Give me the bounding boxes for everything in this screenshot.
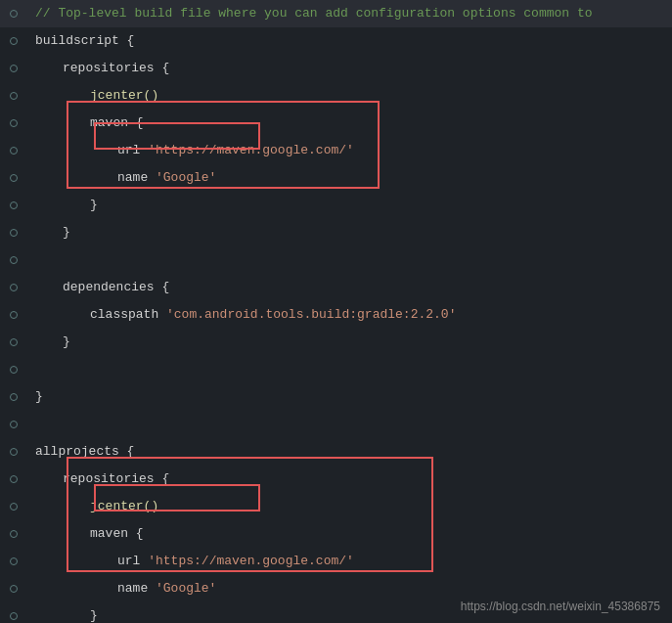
token-plain: repositories { bbox=[63, 61, 169, 75]
code-line: } bbox=[0, 192, 672, 219]
token-plain: } bbox=[63, 225, 70, 240]
gutter-indicator bbox=[0, 421, 27, 428]
code-line: maven { bbox=[0, 110, 672, 137]
code-content: repositories { bbox=[27, 466, 169, 493]
token-plain: maven { bbox=[90, 115, 144, 130]
code-content: dependencies { bbox=[27, 274, 169, 301]
token-str: 'https://maven.google.com/' bbox=[148, 143, 354, 157]
gutter-indicator bbox=[0, 65, 27, 72]
token-plain: classpath bbox=[90, 307, 166, 322]
gutter-indicator bbox=[0, 366, 27, 374]
token-plain: } bbox=[90, 198, 98, 212]
code-line: maven { bbox=[0, 520, 672, 548]
gutter-indicator bbox=[0, 530, 27, 538]
gutter-indicator bbox=[0, 612, 27, 620]
gutter-indicator bbox=[0, 284, 27, 291]
code-content: repositories { bbox=[27, 55, 169, 82]
code-content: allprojects { bbox=[27, 438, 134, 466]
token-plain: repositories { bbox=[63, 471, 169, 486]
token-fn: jcenter() bbox=[90, 88, 158, 103]
code-content: } bbox=[27, 383, 43, 411]
code-line: } bbox=[0, 219, 672, 246]
code-line: repositories { bbox=[0, 466, 672, 493]
code-content: jcenter() bbox=[27, 82, 158, 110]
code-line: buildscript { bbox=[0, 27, 672, 55]
token-plain: dependencies { bbox=[63, 280, 169, 294]
token-fn: jcenter() bbox=[90, 499, 158, 513]
token-plain: allprojects { bbox=[35, 444, 134, 459]
code-content bbox=[27, 246, 35, 274]
token-str: 'Google' bbox=[156, 170, 216, 185]
token-plain: } bbox=[90, 608, 98, 623]
code-line bbox=[0, 356, 672, 383]
code-content: name 'Google' bbox=[27, 575, 216, 602]
token-plain: } bbox=[35, 389, 43, 404]
gutter-indicator bbox=[0, 92, 27, 100]
code-content: classpath 'com.android.tools.build:gradl… bbox=[27, 301, 456, 329]
code-content bbox=[27, 356, 35, 383]
code-line: // Top-level build file where you can ad… bbox=[0, 0, 672, 27]
code-content bbox=[27, 411, 35, 438]
code-content: jcenter() bbox=[27, 493, 158, 520]
gutter-indicator bbox=[0, 229, 27, 237]
code-line: jcenter() bbox=[0, 493, 672, 520]
code-line: jcenter() bbox=[0, 82, 672, 110]
gutter-indicator bbox=[0, 393, 27, 401]
gutter-indicator bbox=[0, 201, 27, 209]
gutter-indicator bbox=[0, 256, 27, 264]
token-str: 'Google' bbox=[156, 581, 216, 596]
gutter-indicator bbox=[0, 585, 27, 593]
code-content: maven { bbox=[27, 110, 144, 137]
token-plain: } bbox=[63, 334, 70, 349]
code-content: } bbox=[27, 329, 70, 356]
gutter-indicator bbox=[0, 557, 27, 565]
code-line: } bbox=[0, 329, 672, 356]
code-content: } bbox=[27, 192, 98, 219]
gutter-indicator bbox=[0, 503, 27, 511]
code-line bbox=[0, 246, 672, 274]
code-content: url 'https://maven.google.com/' bbox=[27, 137, 354, 164]
gutter-indicator bbox=[0, 338, 27, 346]
code-line: url 'https://maven.google.com/' bbox=[0, 137, 672, 164]
gutter-indicator bbox=[0, 448, 27, 456]
gutter-indicator bbox=[0, 37, 27, 45]
token-plain: url bbox=[117, 143, 148, 157]
token-plain: buildscript { bbox=[35, 33, 134, 48]
token-plain: url bbox=[117, 554, 148, 568]
code-line: name 'Google' bbox=[0, 575, 672, 602]
gutter-indicator bbox=[0, 119, 27, 127]
code-content: } bbox=[27, 602, 98, 623]
code-line: url 'https://maven.google.com/' bbox=[0, 548, 672, 575]
code-content: } bbox=[27, 219, 70, 246]
gutter-indicator bbox=[0, 311, 27, 319]
token-plain: maven { bbox=[90, 526, 144, 541]
gutter-indicator bbox=[0, 475, 27, 483]
token-str: 'https://maven.google.com/' bbox=[148, 554, 354, 568]
gutter-indicator bbox=[0, 147, 27, 155]
token-comment: // Top-level build file where you can ad… bbox=[35, 6, 593, 21]
token-plain: name bbox=[117, 581, 156, 596]
code-content: maven { bbox=[27, 520, 144, 548]
code-content: buildscript { bbox=[27, 27, 134, 55]
code-line: } bbox=[0, 383, 672, 411]
code-editor: // Top-level build file where you can ad… bbox=[0, 0, 672, 623]
gutter-indicator bbox=[0, 174, 27, 182]
token-plain: name bbox=[117, 170, 156, 185]
code-line: name 'Google' bbox=[0, 164, 672, 192]
code-line bbox=[0, 411, 672, 438]
code-content: // Top-level build file where you can ad… bbox=[27, 0, 593, 27]
code-line: dependencies { bbox=[0, 274, 672, 301]
code-line: repositories { bbox=[0, 55, 672, 82]
code-line: allprojects { bbox=[0, 438, 672, 466]
token-str: 'com.android.tools.build:gradle:2.2.0' bbox=[166, 307, 456, 322]
code-content: url 'https://maven.google.com/' bbox=[27, 548, 354, 575]
code-line: classpath 'com.android.tools.build:gradl… bbox=[0, 301, 672, 329]
watermark: https://blog.csdn.net/weixin_45386875 bbox=[461, 600, 660, 613]
gutter-indicator bbox=[0, 10, 27, 18]
code-content: name 'Google' bbox=[27, 164, 216, 192]
